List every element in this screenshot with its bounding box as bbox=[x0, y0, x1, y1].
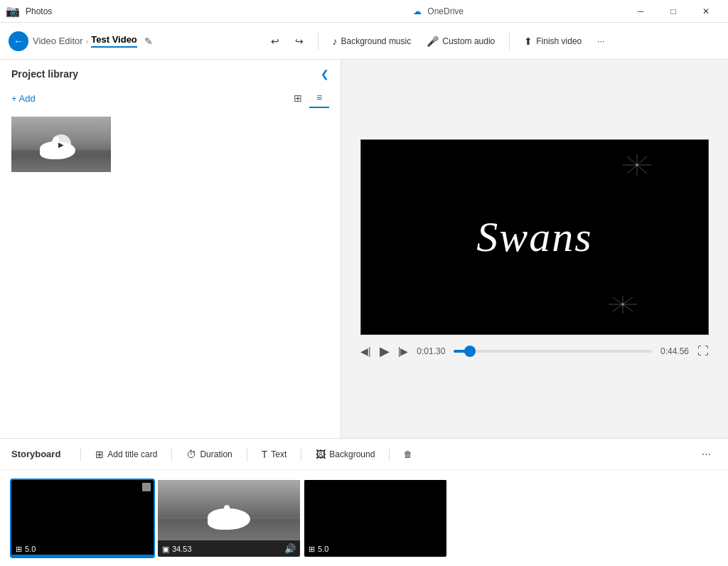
delete-icon: 🗑 bbox=[404, 449, 412, 459]
clip-1-progress bbox=[11, 555, 154, 557]
svg-point-4 bbox=[636, 164, 638, 166]
right-panel: Swans ◀| ▶ |▶ 0:01.30 0:44.5 bbox=[341, 60, 728, 438]
left-panel: Project library ❮ + Add ⊞ ≡ bbox=[0, 60, 341, 438]
toolbar-separator-2 bbox=[509, 33, 510, 50]
background-music-button[interactable]: ♪ Background music bbox=[326, 33, 419, 50]
custom-audio-label: Custom audio bbox=[442, 36, 495, 46]
close-button[interactable]: ✕ bbox=[690, 0, 722, 23]
clip-3-label: ⊞ 5.0 bbox=[309, 545, 328, 554]
progress-thumb[interactable] bbox=[464, 346, 476, 357]
app-title: Photos bbox=[26, 6, 52, 16]
toolbar-center: ↩ ↪ ♪ Background music 🎤 Custom audio ⬆ … bbox=[156, 33, 719, 50]
clip-1-type-icon: ⊞ bbox=[16, 545, 22, 554]
undo-icon: ↩ bbox=[271, 36, 279, 47]
custom-audio-button[interactable]: 🎤 Custom audio bbox=[419, 33, 502, 50]
text-label: Text bbox=[271, 449, 287, 459]
background-label: Background bbox=[329, 449, 375, 459]
more-icon: ··· bbox=[597, 36, 604, 46]
top-decoration bbox=[623, 154, 651, 178]
playback-controls: ◀| ▶ |▶ 0:01.30 0:44.56 ⛶ bbox=[360, 343, 709, 359]
fullscreen-button[interactable]: ⛶ bbox=[697, 345, 709, 358]
rewind-button[interactable]: ◀| bbox=[360, 346, 371, 357]
finish-video-label: Finish video bbox=[536, 36, 582, 46]
add-title-card-button[interactable]: ⊞ Add title card bbox=[90, 446, 163, 463]
forward-frame-button[interactable]: |▶ bbox=[398, 346, 409, 357]
clip-2-duration: 34.53 bbox=[172, 545, 192, 553]
clip-2-type-icon: ▣ bbox=[162, 545, 169, 554]
onedrive-label: OneDrive bbox=[427, 6, 464, 16]
window-controls: ─ □ ✕ bbox=[624, 0, 722, 23]
grid-view-button[interactable]: ⊞ bbox=[288, 88, 308, 108]
clip-2[interactable]: ▣ 34.53 🔊 bbox=[158, 480, 300, 557]
collapse-panel-button[interactable]: ❮ bbox=[321, 68, 329, 80]
export-icon: ⬆ bbox=[524, 36, 532, 47]
clip-1-label: ⊞ 5.0 bbox=[16, 545, 36, 554]
panel-title: Project library bbox=[11, 68, 78, 80]
duration-button[interactable]: ⏱ Duration bbox=[181, 446, 237, 463]
storyboard-sep-5 bbox=[389, 447, 390, 461]
music-icon: ♪ bbox=[333, 36, 338, 47]
maximize-button[interactable]: □ bbox=[657, 0, 690, 23]
progress-bar[interactable] bbox=[454, 350, 652, 353]
clip-1[interactable]: ⊞ 5.0 bbox=[11, 480, 154, 557]
breadcrumb: Video Editor › Test Video bbox=[33, 34, 137, 48]
redo-icon: ↪ bbox=[295, 36, 304, 47]
clip-2-volume-icon: 🔊 bbox=[284, 543, 296, 554]
breadcrumb-parent[interactable]: Video Editor bbox=[33, 36, 83, 46]
duration-label: Duration bbox=[200, 449, 232, 459]
toolbar-left: ← Video Editor › Test Video ✎ bbox=[9, 31, 153, 51]
title-card-icon: ⊞ bbox=[95, 449, 104, 460]
clip-1-thumbnail bbox=[11, 480, 154, 540]
svg-point-9 bbox=[621, 303, 624, 306]
panel-toolbar: + Add ⊞ ≡ bbox=[11, 88, 329, 108]
storyboard-clips: ⊞ 5.0 ▣ 34.53 🔊 bbox=[0, 470, 728, 566]
toolbar-separator-1 bbox=[318, 33, 318, 50]
duration-icon: ⏱ bbox=[186, 449, 196, 460]
clip-1-corner bbox=[142, 483, 151, 491]
app-icon: 📷 bbox=[6, 4, 20, 18]
media-thumbnail[interactable]: ▶ bbox=[11, 117, 111, 172]
breadcrumb-current: Test Video bbox=[91, 34, 137, 48]
cloud-icon: ☁ bbox=[413, 6, 422, 16]
background-button[interactable]: 🖼 Background bbox=[310, 446, 380, 463]
clip-2-label: ▣ 34.53 bbox=[162, 545, 192, 554]
minimize-button[interactable]: ─ bbox=[624, 0, 657, 23]
edit-title-icon[interactable]: ✎ bbox=[144, 36, 153, 47]
more-toolbar-button[interactable]: ··· bbox=[590, 33, 611, 49]
clip-3-thumbnail bbox=[304, 480, 446, 540]
storyboard-sep-3 bbox=[247, 447, 247, 461]
storyboard-sep-2 bbox=[171, 447, 172, 461]
view-toggle: ⊞ ≡ bbox=[288, 88, 329, 108]
media-grid: ▶ bbox=[11, 117, 329, 172]
title-card-content: Swans bbox=[476, 213, 592, 262]
panel-header: Project library ❮ bbox=[11, 68, 329, 80]
storyboard: Storyboard ⊞ Add title card ⏱ Duration T… bbox=[0, 438, 728, 566]
bottom-decoration bbox=[609, 296, 637, 316]
storyboard-header: Storyboard ⊞ Add title card ⏱ Duration T… bbox=[0, 439, 728, 470]
storyboard-more-button[interactable]: ··· bbox=[696, 445, 717, 464]
finish-video-button[interactable]: ⬆ Finish video bbox=[517, 33, 589, 50]
play-circle: ▶ bbox=[51, 134, 71, 154]
play-button[interactable]: ▶ bbox=[380, 343, 390, 359]
total-time: 0:44.56 bbox=[660, 346, 689, 356]
main-area: Project library ❮ + Add ⊞ ≡ bbox=[0, 60, 728, 438]
background-icon: 🖼 bbox=[316, 449, 326, 460]
text-button[interactable]: T Text bbox=[256, 446, 293, 463]
undo-button[interactable]: ↩ bbox=[264, 33, 287, 50]
clip-3[interactable]: ⊞ 5.0 bbox=[304, 480, 446, 557]
play-overlay: ▶ bbox=[11, 117, 111, 172]
add-media-button[interactable]: + Add bbox=[11, 93, 36, 104]
clip-3-type-icon: ⊞ bbox=[309, 545, 315, 554]
storyboard-sep-1 bbox=[80, 447, 81, 461]
storyboard-sep-4 bbox=[301, 447, 301, 461]
clip-2-thumbnail bbox=[158, 480, 300, 540]
back-button[interactable]: ← bbox=[9, 31, 28, 51]
delete-clip-button[interactable]: 🗑 bbox=[398, 447, 418, 462]
text-icon: T bbox=[262, 449, 268, 460]
video-preview: Swans bbox=[360, 139, 709, 335]
title-bar-left: 📷 Photos ☁ OneDrive bbox=[6, 4, 464, 18]
list-view-button[interactable]: ≡ bbox=[309, 88, 329, 108]
redo-button[interactable]: ↪ bbox=[288, 33, 311, 50]
video-title-text: Swans bbox=[476, 213, 592, 262]
toolbar: ← Video Editor › Test Video ✎ ↩ ↪ ♪ Back… bbox=[0, 23, 728, 60]
